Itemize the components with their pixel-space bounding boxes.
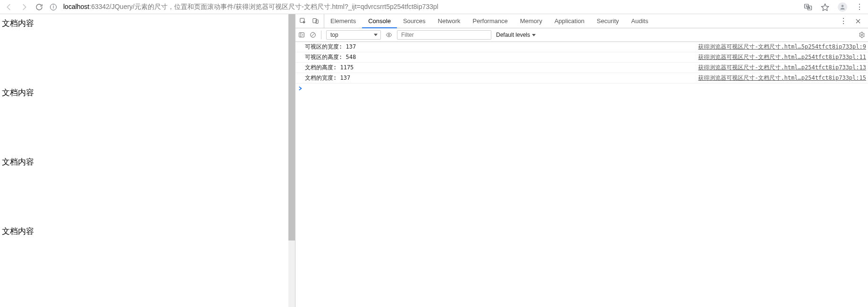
tab-security[interactable]: Security [590, 14, 625, 28]
tab-application[interactable]: Application [548, 14, 591, 28]
svg-point-14 [861, 34, 863, 36]
tab-performance[interactable]: Performance [466, 14, 514, 28]
chevron-down-icon [374, 34, 378, 36]
console-message: 可视区的宽度: 137 [305, 43, 356, 51]
console-message-row: 可视区的宽度: 137 获得浏览器可视区尺寸-文档尺寸.html…5p254tf… [295, 42, 868, 52]
tab-label: Sources [403, 17, 426, 25]
tab-elements[interactable]: Elements [324, 14, 362, 28]
tab-network[interactable]: Network [432, 14, 467, 28]
profile-avatar-icon[interactable] [838, 2, 847, 12]
document-paragraph: 文档内容 [2, 18, 287, 29]
svg-point-3 [842, 5, 844, 7]
devtools-panel: Elements Console Sources Network Perform… [295, 14, 868, 307]
back-icon[interactable] [5, 3, 13, 11]
context-selected-label: top [330, 32, 338, 38]
toolbar-right: ⋮ [804, 2, 863, 12]
browser-menu-icon[interactable]: ⋮ [856, 2, 863, 11]
tab-sources[interactable]: Sources [397, 14, 432, 28]
console-source-link[interactable]: 获得浏览器可视区尺寸-文档尺寸.html…p254tfct8ip733pl:11 [698, 53, 866, 61]
url-display[interactable]: localhost:63342/JQuery/元素的尺寸，位置和页面滚动事件/获… [63, 3, 797, 11]
console-source-link[interactable]: 获得浏览器可视区尺寸-文档尺寸.html…p254tfct8ip733pl:15 [698, 74, 866, 82]
context-selector[interactable]: top [326, 30, 381, 40]
tab-memory[interactable]: Memory [514, 14, 548, 28]
scrollbar-thumb[interactable] [288, 14, 295, 241]
site-info-icon[interactable]: i [50, 4, 57, 10]
url-host: localhost [63, 3, 89, 10]
browser-toolbar: i localhost:63342/JQuery/元素的尺寸，位置和页面滚动事件… [0, 0, 868, 14]
tab-console[interactable]: Console [362, 15, 397, 28]
devtools-tabstrip: Elements Console Sources Network Perform… [295, 14, 868, 28]
console-prompt[interactable] [295, 83, 868, 94]
tab-label: Elements [330, 17, 356, 25]
page-body: 文档内容 文档内容 文档内容 文档内容 [0, 14, 288, 307]
devtools-close-icon[interactable] [855, 18, 861, 25]
clear-console-icon[interactable] [310, 32, 316, 38]
console-body: 可视区的宽度: 137 获得浏览器可视区尺寸-文档尺寸.html…5p254tf… [295, 42, 868, 307]
device-toggle-icon[interactable] [312, 17, 319, 25]
svg-line-12 [312, 33, 315, 37]
svg-point-13 [388, 34, 390, 36]
translate-icon[interactable] [804, 3, 812, 11]
chevron-down-icon [532, 34, 536, 36]
console-message: 文档的高度: 1175 [305, 64, 354, 72]
inspect-element-icon[interactable] [299, 17, 306, 25]
tab-audits[interactable]: Audits [625, 14, 654, 28]
devtools-menu-icon[interactable]: ⋮ [840, 17, 847, 25]
svg-rect-4 [300, 18, 304, 23]
tab-label: Network [438, 17, 461, 25]
tab-label: Security [597, 17, 619, 25]
tab-label: Audits [631, 17, 648, 25]
page-viewport: 文档内容 文档内容 文档内容 文档内容 [0, 14, 295, 307]
console-settings-icon[interactable] [859, 32, 865, 38]
console-message-row: 文档的宽度: 137 获得浏览器可视区尺寸-文档尺寸.html…p254tfct… [295, 73, 868, 83]
tab-label: Console [368, 17, 391, 25]
console-source-link[interactable]: 获得浏览器可视区尺寸-文档尺寸.html…p254tfct8ip733pl:13 [698, 64, 866, 72]
log-level-label: Default levels [496, 32, 530, 38]
devtools-left-icons [298, 14, 324, 28]
svg-rect-9 [299, 33, 304, 37]
tab-label: Application [555, 17, 585, 25]
separator [321, 31, 321, 39]
chevron-right-icon [298, 86, 303, 91]
console-toolbar: top Default levels [295, 28, 868, 42]
log-level-selector[interactable]: Default levels [496, 32, 536, 38]
scrollbar-track[interactable] [288, 14, 295, 307]
main-split: 文档内容 文档内容 文档内容 文档内容 Elements Console Sou… [0, 14, 868, 307]
svg-marker-2 [822, 4, 829, 10]
tab-label: Performance [472, 17, 507, 25]
console-message-row: 可视区的高度: 548 获得浏览器可视区尺寸-文档尺寸.html…p254tfc… [295, 52, 868, 63]
reload-icon[interactable] [35, 3, 43, 11]
console-sidebar-toggle-icon[interactable] [298, 32, 305, 38]
console-message-row: 文档的高度: 1175 获得浏览器可视区尺寸-文档尺寸.html…p254tfc… [295, 63, 868, 73]
page-scrollbar[interactable] [288, 14, 295, 307]
devtools-right-icons: ⋮ [836, 17, 865, 25]
tab-label: Memory [520, 17, 542, 25]
nav-buttons [5, 3, 43, 11]
console-source-link[interactable]: 获得浏览器可视区尺寸-文档尺寸.html…5p254tfct8ip733pl:9 [698, 43, 866, 51]
document-paragraph: 文档内容 [2, 226, 287, 237]
console-message: 文档的宽度: 137 [305, 74, 350, 82]
document-paragraph: 文档内容 [2, 157, 287, 167]
console-message: 可视区的高度: 548 [305, 53, 356, 61]
document-paragraph: 文档内容 [2, 87, 287, 98]
console-filter-input[interactable] [397, 30, 491, 40]
forward-icon[interactable] [20, 3, 28, 11]
url-path: :63342/JQuery/元素的尺寸，位置和页面滚动事件/获得浏览器可视区尺寸… [89, 3, 438, 10]
star-icon[interactable] [821, 3, 829, 11]
live-expression-icon[interactable] [386, 32, 392, 38]
